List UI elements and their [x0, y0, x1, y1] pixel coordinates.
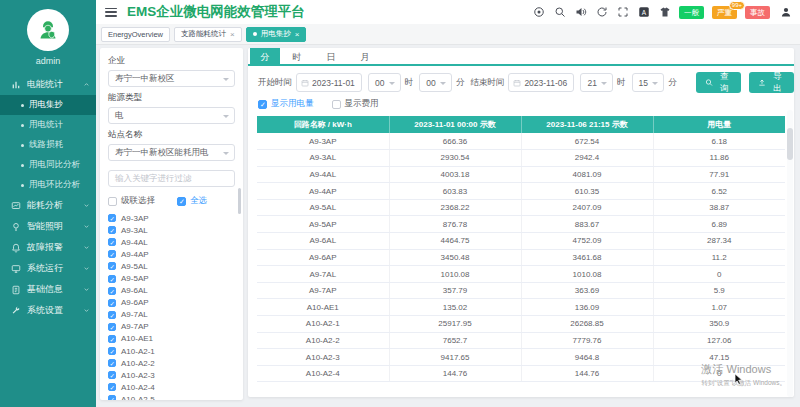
sidebar-subitem[interactable]: 用电同比分析 — [0, 155, 96, 175]
chevron-down-icon — [389, 82, 395, 85]
circuit-item[interactable]: A9-3AP — [108, 212, 235, 224]
query-button[interactable]: 查询 — [696, 72, 741, 93]
circuit-item[interactable]: A9-6AP — [108, 297, 235, 309]
circuit-checkbox[interactable] — [108, 262, 116, 270]
table-row: A9-6AP3450.483461.6811.2 — [257, 249, 785, 266]
circuit-checkbox[interactable] — [108, 287, 116, 295]
energy-type-select[interactable]: 电 — [108, 107, 235, 124]
show-cost-option[interactable]: 显示费用 — [332, 98, 379, 110]
nav-tab-label: 用电集抄 — [261, 29, 291, 39]
refresh-icon[interactable] — [596, 6, 608, 18]
sidebar-item[interactable]: 故障报警 — [0, 237, 96, 258]
circuit-item[interactable]: A9-4AL — [108, 236, 235, 248]
close-tab-icon[interactable]: × — [295, 30, 300, 39]
table-cell: 25917.95 — [389, 316, 521, 333]
record-icon[interactable] — [533, 6, 545, 18]
period-tab[interactable]: 分 — [250, 48, 280, 64]
sidebar-item[interactable]: 智能照明 — [0, 216, 96, 237]
period-tab[interactable]: 时 — [280, 48, 314, 64]
sidebar-item[interactable]: 电能统计 — [0, 74, 96, 95]
theme-icon[interactable] — [659, 6, 671, 18]
circuit-item[interactable]: A10-A2-4 — [108, 381, 235, 393]
circuit-item[interactable]: A9-5AP — [108, 272, 235, 284]
sidebar-subitem[interactable]: 用电统计 — [0, 115, 96, 135]
circuit-item[interactable]: A9-6AL — [108, 285, 235, 297]
sidebar: admin 电能统计用电集抄用电统计线路损耗用电同比分析用电环比分析能耗分析智能… — [0, 0, 96, 407]
nav-tab[interactable]: 支路能耗统计× — [174, 27, 242, 42]
company-select-value: 寿宁一中新校区 — [115, 73, 175, 85]
hamburger-menu-icon[interactable] — [105, 8, 117, 17]
period-tab[interactable]: 月 — [348, 48, 382, 64]
circuit-checkbox[interactable] — [108, 395, 116, 400]
sidebar-item[interactable]: 基础信息 — [0, 279, 96, 300]
sidebar-item[interactable]: 系统设置 — [0, 300, 96, 321]
keyword-filter-input[interactable]: 输入关键字进行过滤 — [108, 170, 235, 187]
circuit-checkbox[interactable] — [108, 359, 116, 367]
end-minute-select[interactable]: 15 — [632, 73, 665, 92]
start-hour-select[interactable]: 00 — [368, 73, 401, 92]
circuit-checkbox[interactable] — [108, 226, 116, 234]
circuit-label: A10-A2-3 — [121, 371, 155, 380]
sidebar-subitem[interactable]: 线路损耗 — [0, 135, 96, 155]
cascade-checkbox[interactable] — [108, 197, 117, 206]
show-energy-option[interactable]: 显示用电量 — [258, 98, 314, 110]
circuit-checkbox[interactable] — [108, 335, 116, 343]
period-tab[interactable]: 日 — [314, 48, 348, 64]
nav-tab[interactable]: EnergyOverview — [101, 27, 170, 42]
circuit-item[interactable]: A9-4AP — [108, 248, 235, 260]
close-tab-icon[interactable]: × — [230, 30, 235, 39]
export-button[interactable]: 导出 — [749, 72, 794, 93]
sidebar-subitem[interactable]: 用电环比分析 — [0, 175, 96, 195]
circuit-checkbox[interactable] — [108, 214, 116, 222]
circuit-label: A10-A2-5 — [121, 395, 155, 400]
company-select[interactable]: 寿宁一中新校区 — [108, 70, 235, 87]
circuit-checkbox[interactable] — [108, 371, 116, 379]
search-icon[interactable] — [554, 6, 566, 18]
end-date-input[interactable]: 2023-11-06 — [508, 73, 574, 92]
fullscreen-icon[interactable] — [617, 6, 629, 18]
circuit-item[interactable]: A10-A2-2 — [108, 357, 235, 369]
sidebar-item[interactable]: 系统运行 — [0, 258, 96, 279]
circuit-checkbox[interactable] — [108, 347, 116, 355]
start-minute-select[interactable]: 00 — [419, 73, 452, 92]
end-hour-select[interactable]: 21 — [580, 73, 613, 92]
alarm-badge[interactable]: 一般 — [679, 6, 704, 19]
nav-tab[interactable]: 用电集抄× — [246, 27, 307, 42]
circuit-item[interactable]: A10-AE1 — [108, 333, 235, 345]
select-all-checkbox[interactable] — [177, 197, 186, 206]
circuit-item[interactable]: A10-A2-5 — [108, 393, 235, 400]
select-all[interactable]: 全选 — [177, 195, 207, 207]
list-scrollbar[interactable] — [238, 188, 241, 214]
alarm-badge[interactable]: 严重99+ — [712, 6, 737, 19]
circuit-checkbox[interactable] — [108, 383, 116, 391]
circuit-item[interactable]: A9-7AL — [108, 309, 235, 321]
table-row: A9-6AL4464.754752.09287.34 — [257, 233, 785, 250]
circuit-item[interactable]: A9-7AP — [108, 321, 235, 333]
font-size-icon[interactable]: A — [638, 6, 650, 18]
user-icon[interactable] — [780, 6, 792, 18]
sidebar-subitem[interactable]: 用电集抄 — [0, 95, 96, 115]
volume-icon[interactable] — [575, 6, 587, 18]
circuit-checkbox[interactable] — [108, 250, 116, 258]
circuit-item[interactable]: A9-5AL — [108, 260, 235, 272]
circuit-item[interactable]: A10-A2-3 — [108, 369, 235, 381]
circuit-checkbox[interactable] — [108, 238, 116, 246]
avatar[interactable] — [27, 9, 69, 51]
circuit-item[interactable]: A10-A2-1 — [108, 345, 235, 357]
alarm-badge[interactable]: 事故 — [745, 6, 770, 19]
show-cost-checkbox[interactable] — [332, 100, 341, 109]
station-select[interactable]: 寿宁一中新校区能耗用电 — [108, 144, 235, 161]
circuit-checkbox[interactable] — [108, 323, 116, 331]
circuit-checkbox[interactable] — [108, 299, 116, 307]
sidebar-item[interactable]: 能耗分析 — [0, 195, 96, 216]
circuit-checkbox[interactable] — [108, 311, 116, 319]
circuit-item[interactable]: A9-3AL — [108, 224, 235, 236]
table-cell: 11.2 — [653, 249, 785, 266]
calendar-icon — [513, 79, 521, 87]
table-scrollbar[interactable] — [787, 128, 793, 160]
show-energy-checkbox[interactable] — [258, 100, 267, 109]
start-date-input[interactable]: 2023-11-01 — [296, 73, 362, 92]
table-cell: A9-3AL — [257, 150, 389, 167]
circuit-checkbox[interactable] — [108, 275, 116, 283]
bullet-icon — [21, 164, 24, 167]
